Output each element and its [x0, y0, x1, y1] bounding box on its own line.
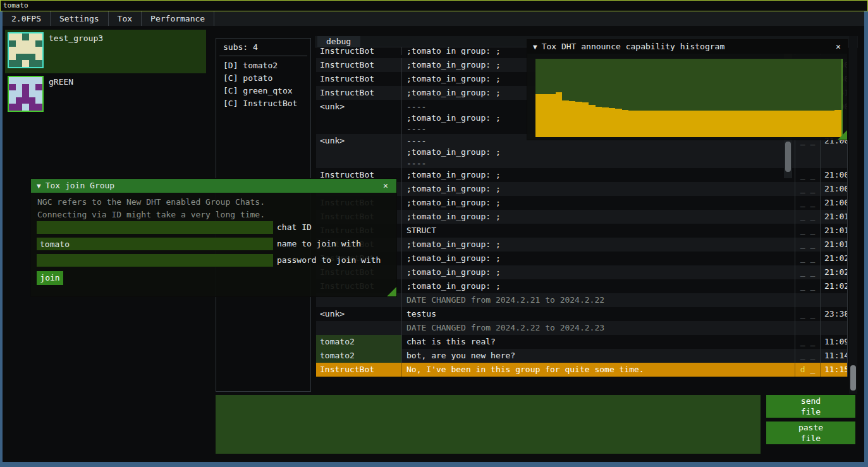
group-avatar: [8, 32, 44, 68]
chat-id-field[interactable]: [37, 221, 273, 234]
histogram-bar: [662, 111, 669, 137]
join-password-field[interactable]: [37, 254, 273, 267]
histogram-bar: [828, 111, 835, 137]
avatar-pixel: [9, 104, 16, 111]
avatar-pixel: [35, 60, 42, 67]
histogram-bar: [682, 111, 688, 137]
histogram-window-titlebar[interactable]: ▼Tox DHT announce capability histogram: [527, 40, 847, 54]
histogram-bar: [821, 111, 828, 137]
collapse-arrow-icon[interactable]: ▼: [37, 179, 41, 193]
join-info-line-2: Connecting via ID might take a very long…: [37, 210, 265, 219]
group-item-gREEN[interactable]: gREEN: [5, 73, 206, 111]
chat-row[interactable]: tomato2chat is this real?_ _11:09: [316, 335, 848, 349]
window-titlebar[interactable]: tomato: [0, 0, 868, 11]
avatar-pixel: [9, 84, 16, 91]
chat-row[interactable]: tomato2bot, are you new here?_ _11:14: [316, 349, 848, 363]
message-text: chat is this real?: [401, 335, 795, 349]
message-status: _ _: [795, 349, 820, 363]
message-input[interactable]: [216, 395, 761, 454]
menu-item-tox[interactable]: Tox: [109, 11, 142, 26]
menu-item-2-0fps[interactable]: 2.0FPS: [3, 11, 51, 26]
message-sender: [316, 321, 401, 335]
group-item-test_group3[interactable]: test_group3: [5, 30, 206, 73]
message-sender: tomato2: [316, 349, 401, 363]
message-status: [795, 321, 820, 335]
message-timestamp: 23:38: [820, 307, 848, 321]
chat-row[interactable]: InstructBotNo, I've been in this group f…: [316, 363, 848, 377]
message-sender: InstructBot: [316, 86, 401, 100]
avatar-pixel: [16, 54, 23, 61]
menu-item-performance[interactable]: Performance: [142, 11, 214, 26]
histogram-bar: [695, 111, 702, 137]
chat-row[interactable]: DATE CHANGED from 2024.2.22 to 2024.2.23: [316, 321, 848, 335]
avatar-pixel: [35, 84, 42, 91]
subs-count-label: subs: 4: [223, 42, 258, 52]
message-text: testus: [401, 307, 795, 321]
collapse-arrow-icon[interactable]: ▼: [533, 40, 537, 54]
avatar-pixel: [9, 47, 16, 54]
chat-row[interactable]: <unk>testus_ _23:38: [316, 307, 848, 321]
chat-scrollbar-track[interactable]: [849, 36, 857, 394]
avatar-pixel: [35, 47, 42, 54]
avatar-pixel: [16, 33, 23, 40]
message-text: ;tomato_in_group: ;: [401, 210, 795, 224]
close-icon[interactable]: ✕: [381, 181, 391, 191]
member-row-green_qtox[interactable]: [C] green_qtox: [223, 85, 297, 97]
message-status: _ _: [795, 238, 820, 252]
menu-item-settings[interactable]: Settings: [51, 11, 109, 26]
group-name-label: gREEN: [49, 77, 73, 87]
message-status: _ _: [795, 307, 820, 321]
message-text: STRUCT: [401, 224, 795, 238]
inner-scrollbar-thumb[interactable]: [785, 142, 791, 172]
avatar-pixel: [22, 33, 29, 40]
message-timestamp: 21:01: [820, 238, 848, 252]
resize-grip[interactable]: [387, 287, 396, 296]
member-row-potato[interactable]: [C] potato: [223, 72, 297, 85]
join-window-titlebar[interactable]: ▼Tox join Group: [31, 179, 396, 193]
resize-grip[interactable]: [838, 130, 847, 140]
window-title: tomato: [3, 1, 28, 9]
avatar-pixel: [35, 90, 42, 97]
message-status: _ _: [795, 196, 820, 210]
message-timestamp: 21:02: [820, 279, 848, 293]
chat-scrollbar-thumb[interactable]: [850, 365, 856, 391]
histogram-bar: [808, 111, 815, 137]
histogram-bar: [688, 111, 695, 137]
chat-id-label: chat ID: [277, 222, 312, 232]
avatar-pixel: [22, 90, 29, 97]
paste-file-button[interactable]: paste file: [766, 422, 855, 444]
message-status: _ _: [795, 182, 820, 196]
histogram-bar: [562, 100, 569, 137]
avatar-pixel: [22, 97, 29, 104]
histogram-bar: [815, 111, 822, 137]
avatar-pixel: [35, 77, 42, 84]
avatar-pixel: [22, 54, 29, 61]
avatar-pixel: [9, 54, 16, 61]
histogram-bar: [708, 111, 715, 137]
histogram-window-title: Tox DHT announce capability histogram: [542, 42, 725, 51]
avatar-pixel: [29, 47, 36, 54]
message-status: _ _: [795, 335, 820, 349]
message-text: ;tomato_in_group: ;: [401, 196, 795, 210]
avatar-pixel: [16, 40, 23, 47]
join-button[interactable]: join: [37, 271, 63, 285]
member-row-tomato2[interactable]: [D] tomato2: [223, 59, 297, 72]
close-icon[interactable]: ✕: [833, 42, 843, 52]
histogram-bar: [788, 111, 795, 137]
message-timestamp: 11:14: [820, 349, 848, 363]
tab-debug[interactable]: debug: [317, 36, 360, 47]
join-name-label: name to join with: [277, 239, 361, 248]
avatar-pixel: [29, 40, 36, 47]
message-text: No, I've been in this group for quite so…: [401, 363, 795, 377]
join-name-field[interactable]: [37, 238, 273, 250]
message-status: _ _: [795, 210, 820, 224]
histogram-bar: [615, 109, 622, 137]
message-text: ;tomato_in_group: ;: [401, 252, 795, 265]
histogram-bar: [642, 111, 649, 137]
send-file-button[interactable]: send file: [766, 395, 855, 418]
delivered-mark: d: [800, 365, 805, 374]
message-sender: InstructBot: [316, 72, 401, 86]
histogram-bar: [596, 107, 602, 137]
member-row-InstructBot[interactable]: [C] InstructBot: [223, 97, 297, 110]
histogram-bar: [668, 111, 675, 137]
